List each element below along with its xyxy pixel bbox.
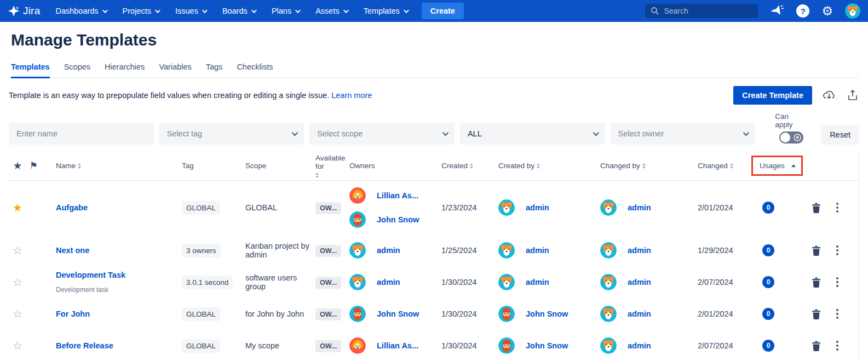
- header-created-by[interactable]: Created by: [498, 162, 600, 170]
- help-icon[interactable]: ?: [796, 4, 809, 18]
- nav-create-button[interactable]: Create: [422, 3, 464, 19]
- usages-count-badge[interactable]: 0: [762, 202, 774, 214]
- user-avatar[interactable]: [845, 3, 860, 19]
- search-input[interactable]: [664, 7, 752, 15]
- header-name[interactable]: Name: [48, 162, 182, 170]
- favorite-star-icon[interactable]: ☆: [13, 276, 22, 288]
- header-usages-highlighted[interactable]: Usages: [758, 156, 800, 176]
- user-link[interactable]: Lillian As...: [377, 191, 418, 200]
- available-for-badge[interactable]: OW...: [315, 308, 341, 320]
- filter-owner-select[interactable]: Select owner: [611, 123, 756, 145]
- settings-gear-icon[interactable]: ⚙: [821, 5, 833, 18]
- nav-item-boards[interactable]: Boards: [222, 7, 255, 15]
- user-link[interactable]: Lillian As...: [377, 341, 418, 350]
- available-for-badge[interactable]: OW...: [315, 245, 341, 257]
- sort-icon[interactable]: [78, 163, 81, 169]
- nav-item-plans[interactable]: Plans: [272, 7, 299, 15]
- filter-scope-select[interactable]: Select scope: [309, 123, 455, 145]
- template-name-link[interactable]: Before Release: [56, 341, 179, 350]
- more-actions-kebab-icon[interactable]: [835, 202, 840, 214]
- user-link[interactable]: admin: [526, 278, 549, 286]
- header-owners[interactable]: Owners: [349, 162, 441, 170]
- page-title: Manage Templates: [11, 31, 859, 49]
- template-name-link[interactable]: Aufgabe: [56, 203, 179, 212]
- jira-logo[interactable]: Jira: [8, 5, 40, 17]
- create-template-button[interactable]: Create Template: [733, 86, 812, 105]
- more-actions-kebab-icon[interactable]: [835, 244, 840, 256]
- user-link[interactable]: admin: [377, 278, 400, 286]
- more-actions-kebab-icon[interactable]: [835, 308, 840, 320]
- filter-type-select[interactable]: ALL: [460, 123, 605, 145]
- available-for-badge[interactable]: OW...: [315, 340, 341, 352]
- delete-trash-icon[interactable]: [812, 277, 821, 288]
- tab-templates[interactable]: Templates: [11, 62, 50, 78]
- user-link[interactable]: admin: [628, 246, 651, 255]
- user-link[interactable]: John Snow: [526, 310, 568, 318]
- sort-icon[interactable]: [315, 173, 319, 178]
- nav-item-projects[interactable]: Projects: [123, 7, 159, 15]
- delete-trash-icon[interactable]: [812, 245, 821, 256]
- can-apply-toggle[interactable]: [779, 131, 803, 144]
- template-name-link[interactable]: Next one: [56, 246, 179, 255]
- delete-trash-icon[interactable]: [812, 309, 821, 319]
- header-available-for[interactable]: Available for: [315, 154, 349, 178]
- header-scope[interactable]: Scope: [245, 162, 315, 170]
- export-share-icon[interactable]: [846, 89, 859, 102]
- tab-hierarchies[interactable]: Hierarchies: [105, 62, 145, 77]
- nav-item-issues[interactable]: Issues: [175, 7, 206, 15]
- nav-item-templates[interactable]: Templates: [364, 7, 407, 15]
- sort-icon[interactable]: [730, 163, 733, 169]
- import-cloud-download-icon[interactable]: [822, 89, 836, 102]
- header-changed-by[interactable]: Changed by: [600, 162, 698, 170]
- filter-name-field[interactable]: [9, 123, 154, 145]
- favorite-star-icon[interactable]: ☆: [13, 244, 22, 256]
- user-link[interactable]: admin: [526, 246, 549, 255]
- delete-trash-icon[interactable]: [812, 341, 821, 351]
- header-created[interactable]: Created: [441, 162, 498, 170]
- global-search[interactable]: [645, 4, 758, 18]
- tab-checklists[interactable]: Checklists: [237, 62, 273, 77]
- delete-trash-icon[interactable]: [812, 203, 821, 213]
- template-name-link[interactable]: Development Task: [56, 271, 179, 279]
- more-actions-kebab-icon[interactable]: [835, 340, 840, 352]
- favorite-star-icon[interactable]: ☆: [13, 340, 22, 352]
- header-changed[interactable]: Changed: [698, 162, 758, 170]
- usages-count-badge[interactable]: 0: [762, 244, 774, 256]
- tab-tags[interactable]: Tags: [206, 62, 223, 77]
- user-link[interactable]: admin: [628, 341, 651, 350]
- nav-item-assets[interactable]: Assets: [315, 7, 347, 15]
- filter-name-input[interactable]: [16, 129, 146, 138]
- user-link[interactable]: admin: [628, 278, 651, 286]
- user-link[interactable]: John Snow: [377, 310, 419, 318]
- reset-button[interactable]: Reset: [821, 125, 859, 145]
- user-link[interactable]: admin: [526, 203, 549, 212]
- more-actions-kebab-icon[interactable]: [835, 276, 840, 288]
- template-name-link[interactable]: For John: [56, 310, 179, 318]
- available-for-badge[interactable]: OW...: [315, 202, 341, 214]
- favorite-star-header-icon[interactable]: ★: [9, 159, 30, 172]
- flag-header-icon[interactable]: ⚑: [30, 160, 48, 171]
- filter-tag-select[interactable]: Select tag: [159, 123, 304, 145]
- tab-variables[interactable]: Variables: [159, 62, 191, 77]
- favorite-star-icon[interactable]: ★: [13, 202, 22, 214]
- learn-more-link[interactable]: Learn more: [331, 91, 372, 100]
- announcements-megaphone-icon[interactable]: [770, 4, 784, 18]
- sort-ascending-icon[interactable]: [791, 164, 796, 167]
- usages-count-badge[interactable]: 0: [762, 308, 774, 320]
- user-link[interactable]: admin: [377, 246, 400, 255]
- sort-icon[interactable]: [470, 163, 473, 169]
- sort-icon[interactable]: [642, 163, 646, 169]
- user-link[interactable]: admin: [628, 203, 651, 212]
- can-apply-label: Can apply: [775, 112, 808, 129]
- nav-item-dashboards[interactable]: Dashboards: [55, 7, 106, 15]
- available-for-badge[interactable]: OW...: [315, 277, 341, 289]
- header-tag[interactable]: Tag: [182, 162, 245, 170]
- user-link[interactable]: John Snow: [377, 215, 419, 224]
- usages-count-badge[interactable]: 0: [762, 276, 774, 288]
- favorite-star-icon[interactable]: ☆: [13, 308, 22, 320]
- sort-icon[interactable]: [537, 163, 540, 169]
- usages-count-badge[interactable]: 0: [762, 340, 774, 352]
- tab-scopes[interactable]: Scopes: [64, 62, 90, 77]
- user-link[interactable]: John Snow: [526, 341, 568, 350]
- user-link[interactable]: admin: [628, 310, 651, 318]
